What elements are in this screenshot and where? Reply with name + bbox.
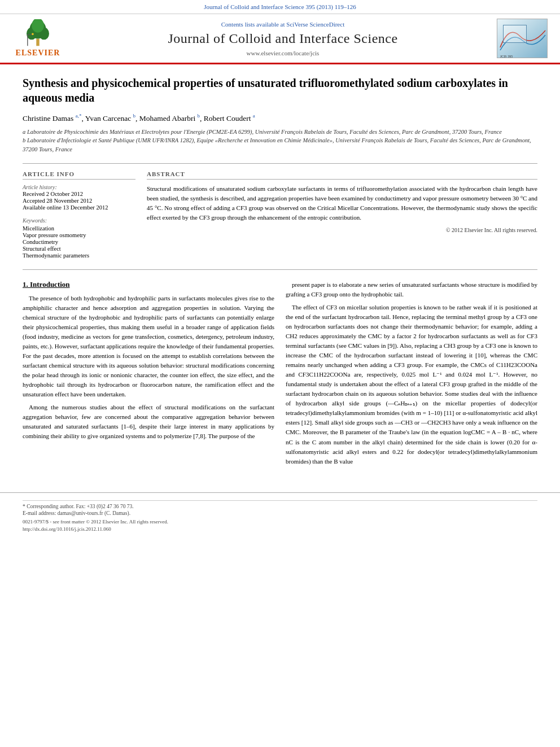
- keywords-list: Micellization Vapor pressure osmometry C…: [23, 225, 135, 259]
- affil-b-text: b Laboratoire d'Infectiologie et Santé P…: [23, 136, 537, 154]
- article-info-label: ARTICLE INFO: [23, 171, 135, 180]
- elsevier-brand-text: ELSEVIER: [16, 49, 60, 58]
- journal-title: Journal of Colloid and Interface Science: [75, 31, 491, 46]
- intro-para-4: The effect of CF3 on micellar solution p…: [286, 303, 537, 466]
- svg-text:JCIS 395: JCIS 395: [500, 55, 513, 58]
- paper-title: Synthesis and physicochemical properties…: [23, 76, 537, 105]
- sciverse-line: Contents lists available at SciVerse Sci…: [75, 21, 491, 28]
- footer-corresp: * Corresponding author. Fax: +33 (0)2 47…: [23, 500, 537, 517]
- available-date: Available online 13 December 2012: [23, 204, 135, 211]
- main-content: Synthesis and physicochemical properties…: [0, 64, 560, 481]
- keyword-3: Conductimetry: [23, 239, 135, 245]
- svg-rect-0: [36, 39, 39, 46]
- license-note: 0021-9797/$ - see front matter © 2012 El…: [23, 519, 537, 525]
- affil-a-text: a Laboratoire de Physicochimie des Matér…: [23, 128, 537, 137]
- journal-citation-link[interactable]: Journal of Colloid and Interface Science…: [204, 3, 356, 10]
- received-date: Received 2 October 2012: [23, 191, 135, 197]
- journal-cover-area: JCIS 395: [497, 19, 553, 58]
- elsevier-logo: ELSEVIER: [16, 19, 60, 58]
- top-bar: Journal of Colloid and Interface Science…: [0, 0, 560, 14]
- keyword-5: Thermodynamic parameters: [23, 252, 135, 259]
- body-col-left: 1. Introduction The presence of both hyd…: [23, 280, 274, 470]
- corresp-label: * Corresponding author. Fax: +33 (0)2 47…: [23, 504, 537, 509]
- history-label: Article history:: [23, 184, 135, 190]
- intro-para-1: The presence of both hydrophobic and hyd…: [23, 294, 274, 400]
- body-col-right: present paper is to elaborate a new seri…: [286, 280, 537, 470]
- keyword-1: Micellization: [23, 225, 135, 231]
- intro-heading: 1. Introduction: [23, 280, 274, 289]
- journal-header-center: Contents lists available at SciVerse Sci…: [75, 21, 491, 56]
- affil-b-sup1: b: [133, 113, 136, 119]
- email-line: E-mail address: damas@univ-tours.fr (C. …: [23, 510, 537, 516]
- journal-cover-image: JCIS 395: [497, 19, 548, 58]
- sciverse-link[interactable]: SciVerse ScienceDirect: [286, 21, 344, 28]
- header-banner: ELSEVIER Contents lists available at Sci…: [0, 14, 560, 64]
- section-divider: [23, 269, 537, 270]
- abstract-label: ABSTRACT: [147, 171, 537, 180]
- svg-rect-8: [497, 19, 548, 58]
- article-history: Article history: Received 2 October 2012…: [23, 184, 135, 211]
- copyright-notice: © 2012 Elsevier Inc. All rights reserved…: [147, 227, 537, 233]
- publisher-logo-area: ELSEVIER: [7, 19, 69, 58]
- affiliations: a Laboratoire de Physicochimie des Matér…: [23, 128, 537, 154]
- cover-graphic: JCIS 395: [497, 19, 547, 58]
- affil-a-sup2: a: [253, 113, 255, 119]
- article-info-abstract-section: ARTICLE INFO Article history: Received 2…: [23, 163, 537, 259]
- keywords-label: Keywords:: [23, 217, 135, 224]
- doi-line[interactable]: http://dx.doi.org/10.1016/j.jcis.2012.11…: [23, 526, 537, 532]
- intro-para-2: Among the numerous studies about the eff…: [23, 403, 274, 441]
- authors-line: Christine Damas a,*, Yvan Carcenac b, Mo…: [23, 113, 537, 123]
- affil-b-sup2: b: [198, 113, 200, 119]
- accepted-date: Accepted 28 November 2012: [23, 198, 135, 204]
- body-two-col: 1. Introduction The presence of both hyd…: [23, 280, 537, 470]
- cover-illustration: JCIS 395: [497, 19, 548, 58]
- article-info-column: ARTICLE INFO Article history: Received 2…: [23, 171, 135, 259]
- intro-para-3: present paper is to elaborate a new seri…: [286, 280, 537, 299]
- svg-point-7: [32, 33, 34, 36]
- corresponding-star: *: [79, 113, 82, 119]
- keyword-4: Structural effect: [23, 246, 135, 252]
- journal-url: www.elsevier.com/locate/jcis: [75, 50, 491, 56]
- abstract-text: Structural modifications of unsaturated …: [147, 184, 537, 222]
- page-footer: * Corresponding author. Fax: +33 (0)2 47…: [0, 492, 560, 536]
- elsevier-tree-icon: [21, 19, 55, 47]
- keyword-2: Vapor pressure osmometry: [23, 232, 135, 238]
- abstract-column: ABSTRACT Structural modifications of uns…: [147, 171, 537, 259]
